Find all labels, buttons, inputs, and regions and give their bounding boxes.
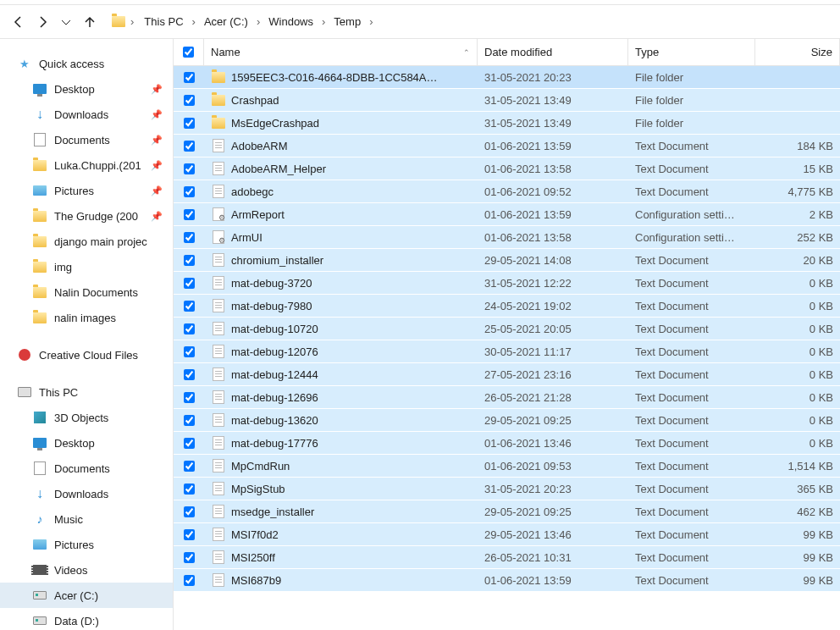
cell-name[interactable]: mat-debug-7980 <box>204 298 478 313</box>
sidebar-this-pc[interactable]: This PC <box>0 379 173 405</box>
row-checkbox[interactable] <box>174 461 204 472</box>
row-checkbox[interactable] <box>174 255 204 266</box>
column-name[interactable]: Name⌃ <box>204 39 478 65</box>
row-checkbox[interactable] <box>174 392 204 403</box>
back-button[interactable] <box>7 10 30 34</box>
file-row[interactable]: mat-debug-372031-05-2021 12:22Text Docum… <box>174 272 840 295</box>
row-checkbox[interactable] <box>174 415 204 426</box>
row-checkbox[interactable] <box>174 163 204 174</box>
sidebar-item[interactable]: Pictures <box>0 532 173 557</box>
file-row[interactable]: adobegc01-06-2021 09:52Text Document4,77… <box>174 180 840 203</box>
cell-name[interactable]: mat-debug-10720 <box>204 321 478 336</box>
cell-name[interactable]: AdobeARM_Helper <box>204 161 478 176</box>
cell-name[interactable]: mat-debug-12076 <box>204 344 478 359</box>
cell-name[interactable]: MsEdgeCrashpad <box>204 115 478 130</box>
file-row[interactable]: MsEdgeCrashpad31-05-2021 13:49File folde… <box>174 112 840 135</box>
row-checkbox[interactable] <box>174 438 204 449</box>
breadcrumb-segment[interactable]: This PC <box>139 12 188 31</box>
forward-button[interactable] <box>30 10 54 34</box>
row-checkbox[interactable] <box>174 575 204 586</box>
row-checkbox[interactable] <box>174 346 204 357</box>
cell-name[interactable]: MpCmdRun <box>204 458 478 473</box>
cell-name[interactable]: MSI7f0d2 <box>204 527 478 542</box>
row-checkbox[interactable] <box>174 95 204 106</box>
row-checkbox[interactable] <box>174 141 204 152</box>
cell-name[interactable]: mat-debug-12444 <box>204 367 478 382</box>
sidebar-item[interactable]: Data (D:) <box>0 608 173 630</box>
select-all-checkbox[interactable] <box>174 39 204 65</box>
breadcrumb-segment[interactable]: Acer (C:) <box>199 12 253 31</box>
file-row[interactable]: MpCmdRun01-06-2021 09:53Text Document1,5… <box>174 455 840 478</box>
sidebar-creative-cloud[interactable]: Creative Cloud Files <box>0 342 173 368</box>
breadcrumb-segment[interactable]: Temp <box>329 12 366 31</box>
column-size[interactable]: Size <box>755 39 840 65</box>
cell-name[interactable]: ArmReport <box>204 207 478 222</box>
row-checkbox[interactable] <box>174 232 204 243</box>
sidebar-item[interactable]: Nalin Documents <box>0 279 173 305</box>
row-checkbox[interactable] <box>174 552 204 563</box>
file-row[interactable]: mat-debug-1777601-06-2021 13:46Text Docu… <box>174 432 840 455</box>
location-icon[interactable] <box>112 16 125 27</box>
file-row[interactable]: MSI250ff26-05-2021 10:31Text Document99 … <box>174 546 840 569</box>
file-row[interactable]: mat-debug-1362029-05-2021 09:25Text Docu… <box>174 409 840 432</box>
cell-name[interactable]: MSI687b9 <box>204 572 478 588</box>
cell-name[interactable]: 1595EEC3-C016-4664-8DBB-1CC584A… <box>204 69 478 85</box>
chevron-right-icon[interactable]: › <box>191 15 197 28</box>
row-checkbox[interactable] <box>174 186 204 197</box>
file-row[interactable]: MpSigStub31-05-2021 20:23Text Document36… <box>174 478 840 500</box>
cell-name[interactable]: mat-debug-17776 <box>204 435 478 450</box>
file-row[interactable]: ArmReport01-06-2021 13:59Configuration s… <box>174 203 840 226</box>
row-checkbox[interactable] <box>174 301 204 312</box>
cell-name[interactable]: mat-debug-13620 <box>204 412 478 428</box>
file-row[interactable]: mat-debug-1072025-05-2021 20:05Text Docu… <box>174 318 840 340</box>
sidebar-item[interactable]: img <box>0 254 173 279</box>
file-row[interactable]: MSI687b901-06-2021 13:59Text Document99 … <box>174 569 840 592</box>
file-row[interactable]: MSI7f0d229-05-2021 13:46Text Document99 … <box>174 523 840 546</box>
sidebar-item[interactable]: Videos <box>0 557 173 583</box>
cell-name[interactable]: chromium_installer <box>204 252 478 268</box>
row-checkbox[interactable] <box>174 278 204 289</box>
sidebar-quick-access[interactable]: ★ Quick access <box>0 51 173 76</box>
row-checkbox[interactable] <box>174 369 204 380</box>
sidebar-item[interactable]: Acer (C:) <box>0 583 173 608</box>
cell-name[interactable]: adobegc <box>204 184 478 199</box>
file-row[interactable]: ArmUI01-06-2021 13:58Configuration setti… <box>174 226 840 249</box>
file-row[interactable]: AdobeARM01-06-2021 13:59Text Document184… <box>174 135 840 158</box>
file-row[interactable]: mat-debug-1207630-05-2021 11:17Text Docu… <box>174 340 840 363</box>
row-checkbox[interactable] <box>174 323 204 334</box>
file-row[interactable]: chromium_installer29-05-2021 14:08Text D… <box>174 249 840 272</box>
row-checkbox[interactable] <box>174 506 204 517</box>
sidebar-item[interactable]: 3D Objects <box>0 405 173 430</box>
sidebar-item[interactable]: Desktop📌 <box>0 76 173 102</box>
row-checkbox[interactable] <box>174 529 204 540</box>
cell-name[interactable]: mat-debug-3720 <box>204 275 478 290</box>
cell-name[interactable]: Crashpad <box>204 92 478 108</box>
cell-name[interactable]: AdobeARM <box>204 138 478 153</box>
row-checkbox[interactable] <box>174 209 204 220</box>
file-row[interactable]: mat-debug-798024-05-2021 19:02Text Docum… <box>174 295 840 318</box>
cell-name[interactable]: ArmUI <box>204 229 478 245</box>
sidebar-item[interactable]: The Grudge (200📌 <box>0 203 173 229</box>
file-row[interactable]: AdobeARM_Helper01-06-2021 13:58Text Docu… <box>174 158 840 180</box>
file-row[interactable]: msedge_installer29-05-2021 09:25Text Doc… <box>174 500 840 523</box>
sidebar-item[interactable]: nalin images <box>0 305 173 330</box>
file-row[interactable]: 1595EEC3-C016-4664-8DBB-1CC584A…31-05-20… <box>174 66 840 89</box>
sidebar-item[interactable]: ♪Music <box>0 506 173 532</box>
cell-name[interactable]: mat-debug-12696 <box>204 390 478 405</box>
recent-dropdown[interactable] <box>54 10 78 34</box>
chevron-right-icon[interactable]: › <box>320 15 327 28</box>
row-checkbox[interactable] <box>174 118 204 129</box>
cell-name[interactable]: msedge_installer <box>204 504 478 519</box>
sidebar-item[interactable]: django main projec <box>0 229 173 254</box>
sidebar-item[interactable]: ↓Downloads <box>0 481 173 506</box>
chevron-right-icon[interactable]: › <box>129 15 135 28</box>
column-type[interactable]: Type <box>628 39 755 65</box>
chevron-right-icon[interactable]: › <box>368 15 374 28</box>
column-date[interactable]: Date modified <box>478 39 628 65</box>
file-row[interactable]: mat-debug-1269626-05-2021 21:28Text Docu… <box>174 386 840 409</box>
row-checkbox[interactable] <box>174 72 204 83</box>
row-checkbox[interactable] <box>174 484 204 495</box>
chevron-right-icon[interactable]: › <box>255 15 262 28</box>
sidebar-item[interactable]: Desktop <box>0 430 173 456</box>
up-button[interactable] <box>78 10 102 34</box>
